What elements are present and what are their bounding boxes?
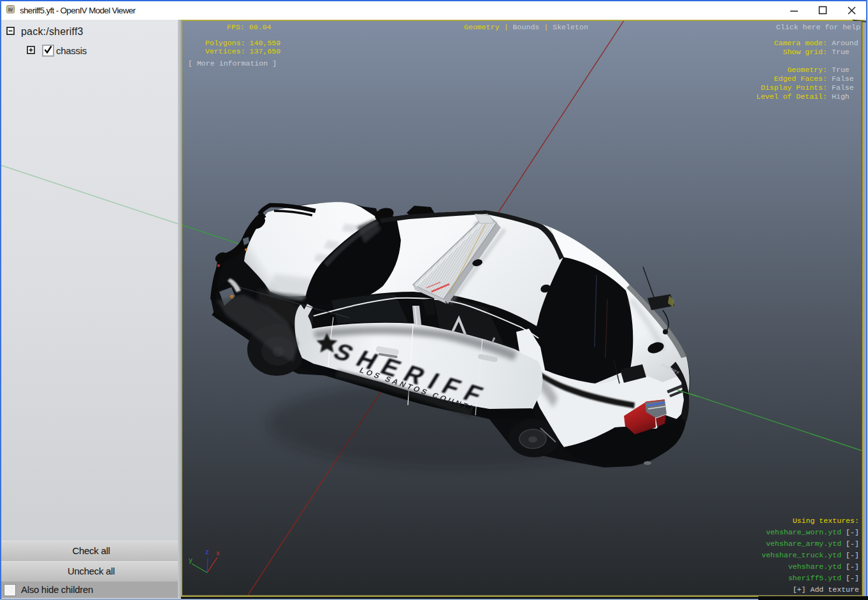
svg-text:IV: IV [8,7,13,13]
svg-text:z: z [205,549,209,556]
svg-text:x: x [216,550,220,557]
svg-text:y: y [189,557,192,564]
